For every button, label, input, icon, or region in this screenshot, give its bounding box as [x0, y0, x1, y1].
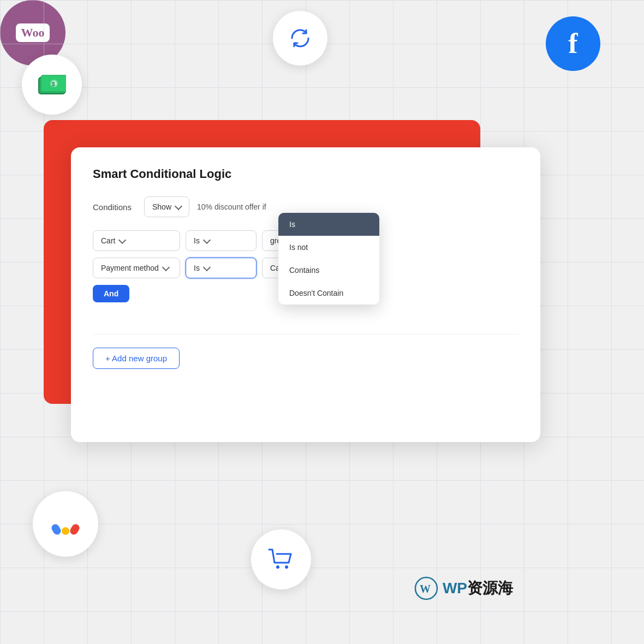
and-button[interactable]: And: [93, 285, 129, 302]
svg-rect-7: [62, 527, 69, 535]
dropdown-option-doesnt-contain[interactable]: Doesn't Contain: [278, 282, 379, 305]
facebook-icon-circle: f: [546, 16, 600, 71]
dropdown-option-contains[interactable]: Contains: [278, 259, 379, 282]
rule2-operator-chevron: [203, 263, 211, 271]
wordpress-wp-icon: W: [414, 576, 438, 600]
add-group-button[interactable]: + Add new group: [93, 348, 180, 369]
rule1-operator-select[interactable]: Is: [186, 230, 257, 251]
show-chevron-icon: [175, 202, 182, 210]
svg-rect-6: [69, 523, 81, 536]
divider: [93, 334, 518, 335]
svg-point-8: [276, 565, 279, 569]
operator-dropdown: Is Is not Contains Doesn't Contain: [278, 213, 379, 305]
wordpress-logo: W WP资源海: [414, 576, 513, 600]
sync-icon: [288, 26, 313, 51]
rule1-field-chevron: [118, 236, 126, 243]
card-title: Smart Conditional Logic: [93, 167, 518, 181]
facebook-f-icon: f: [568, 29, 577, 58]
money-icon-circle: $: [22, 55, 82, 115]
svg-point-9: [285, 565, 288, 569]
conditions-label: Conditions: [93, 202, 136, 212]
svg-text:$: $: [52, 81, 55, 87]
rule2-field-chevron: [162, 263, 170, 271]
rule2-field-label: Payment method: [101, 264, 159, 272]
rule2-operator-label: Is: [194, 264, 200, 272]
cart-icon-circle: [251, 529, 311, 589]
show-select[interactable]: Show: [144, 196, 189, 217]
money-icon: $: [38, 74, 66, 95]
show-label: Show: [152, 202, 171, 211]
discount-text: 10% discount offer if: [197, 202, 266, 211]
sync-icon-circle: [273, 11, 327, 65]
rule2-operator-select[interactable]: Is: [186, 258, 257, 278]
google-ads-icon: [50, 509, 81, 539]
rule2-field-select[interactable]: Payment method: [93, 258, 180, 278]
dropdown-option-is-not[interactable]: Is not: [278, 236, 379, 259]
rule1-operator-chevron: [203, 236, 211, 243]
rule1-field-select[interactable]: Cart: [93, 230, 180, 251]
svg-rect-5: [50, 523, 62, 536]
google-ads-icon-circle: [33, 491, 98, 557]
wordpress-text: WP资源海: [443, 578, 513, 599]
svg-text:W: W: [420, 583, 431, 595]
rule1-field-label: Cart: [101, 236, 115, 245]
dropdown-option-is[interactable]: Is: [278, 213, 379, 236]
rule1-operator-label: Is: [194, 236, 200, 245]
cart-icon: [268, 547, 294, 571]
